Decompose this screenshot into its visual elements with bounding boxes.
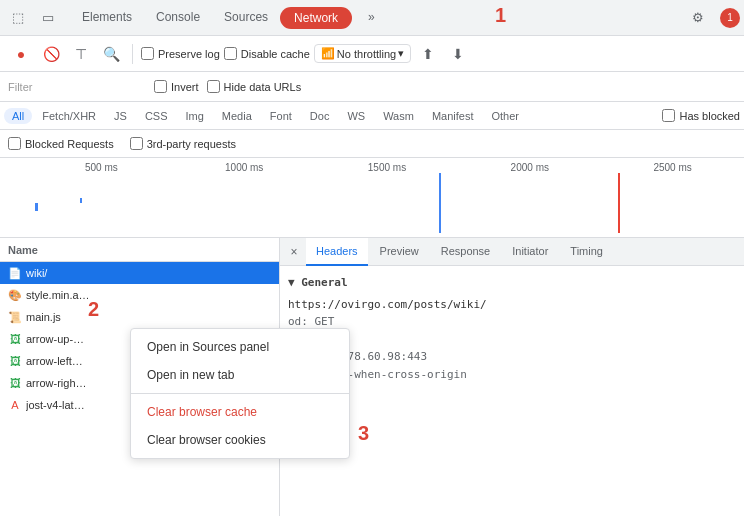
throttle-select[interactable]: 📶 No throttling ▾ [314, 44, 411, 63]
context-menu: Open in Sources panel Open in new tab Cl… [130, 328, 350, 459]
filter-row: Invert Hide data URLs [0, 72, 744, 102]
search-icon[interactable]: 🔍 [98, 41, 124, 67]
timeline-marker-red [618, 173, 620, 233]
file-item-wiki[interactable]: 📄 wiki/ [0, 262, 279, 284]
font-icon: A [8, 398, 22, 412]
panel-close-button[interactable]: × [284, 242, 304, 262]
type-css[interactable]: CSS [137, 108, 176, 124]
type-font[interactable]: Font [262, 108, 300, 124]
type-ws[interactable]: WS [339, 108, 373, 124]
invert-checkbox[interactable]: Invert [154, 80, 199, 93]
tab-console[interactable]: Console [144, 0, 212, 36]
throttle-icon: 📶 [321, 47, 335, 60]
ctx-clear-cache[interactable]: Clear browser cache [131, 398, 349, 426]
main-content: Name 📄 wiki/ 🎨 style.min.a… 📜 main.js 🖼 … [0, 238, 744, 516]
notification-badge: 1 [720, 8, 740, 28]
timeline-labels: 500 ms 1000 ms 1500 ms 2000 ms 2500 ms [0, 158, 744, 173]
blocked-requests-checkbox[interactable]: Blocked Requests [8, 137, 114, 150]
timeline-label-1000: 1000 ms [173, 162, 316, 173]
method-row: od: GET [288, 313, 736, 331]
upload-icon[interactable]: ⬆ [415, 41, 441, 67]
timeline-area: 500 ms 1000 ms 1500 ms 2000 ms 2500 ms [0, 158, 744, 238]
has-blocked-section: Has blocked [662, 109, 740, 122]
type-fetch-xhr[interactable]: Fetch/XHR [34, 108, 104, 124]
type-manifest[interactable]: Manifest [424, 108, 482, 124]
general-section-title: ▼ General [288, 274, 736, 292]
type-other[interactable]: Other [483, 108, 527, 124]
html-icon: 📄 [8, 266, 22, 280]
timeline-label-2000: 2000 ms [458, 162, 601, 173]
tab-initiator[interactable]: Initiator [502, 238, 558, 266]
tab-elements[interactable]: Elements [70, 0, 144, 36]
network-toolbar: ● 🚫 ⊤ 🔍 Preserve log Disable cache 📶 No … [0, 36, 744, 72]
timeline-label-2500: 2500 ms [601, 162, 744, 173]
filter-input[interactable] [8, 81, 146, 93]
type-filter-row: All Fetch/XHR JS CSS Img Media Font Doc … [0, 102, 744, 130]
img-icon-3: 🖼 [8, 376, 22, 390]
js-icon: 📜 [8, 310, 22, 324]
status-row: ● 304 OK [288, 331, 736, 349]
timeline-label-1500: 1500 ms [316, 162, 459, 173]
policy-row: r: origin-when-cross-origin [288, 366, 736, 384]
file-list-header: Name [0, 238, 279, 262]
filter-icon[interactable]: ⊤ [68, 41, 94, 67]
inspect-icon[interactable]: ⬚ [4, 4, 32, 32]
disable-cache-checkbox[interactable]: Disable cache [224, 47, 310, 60]
devtools-icons: ⬚ ▭ [4, 4, 62, 32]
css-icon: 🎨 [8, 288, 22, 302]
tab-preview[interactable]: Preview [370, 238, 429, 266]
ctx-open-tab[interactable]: Open in new tab [131, 361, 349, 389]
separator-1 [132, 44, 133, 64]
type-all[interactable]: All [4, 108, 32, 124]
context-menu-separator [131, 393, 349, 394]
ctx-open-sources[interactable]: Open in Sources panel [131, 333, 349, 361]
settings-icon[interactable]: ⚙ [684, 4, 712, 32]
tab-bar: ⬚ ▭ Elements Console Sources Network » ⚙… [0, 0, 744, 36]
timeline-tick-blue [35, 203, 38, 211]
panel-tabs: × Headers Preview Response Initiator Tim… [280, 238, 744, 266]
address-row: ss: 175.178.60.98:443 [288, 348, 736, 366]
stop-button[interactable]: 🚫 [38, 41, 64, 67]
download-icon[interactable]: ⬇ [445, 41, 471, 67]
tab-headers[interactable]: Headers [306, 238, 368, 266]
device-icon[interactable]: ▭ [34, 4, 62, 32]
type-media[interactable]: Media [214, 108, 260, 124]
tab-more[interactable]: » [356, 0, 387, 36]
third-party-checkbox[interactable]: 3rd-party requests [130, 137, 236, 150]
timeline-canvas [0, 173, 744, 233]
timeline-label-500: 500 ms [30, 162, 173, 173]
hide-data-urls-checkbox[interactable]: Hide data URLs [207, 80, 302, 93]
tab-timing[interactable]: Timing [560, 238, 613, 266]
file-item-mainjs[interactable]: 📜 main.js [0, 306, 279, 328]
preserve-log-checkbox[interactable]: Preserve log [141, 47, 220, 60]
timeline-tick-small [80, 198, 82, 203]
tab-sources[interactable]: Sources [212, 0, 280, 36]
has-blocked-checkbox[interactable] [662, 109, 675, 122]
tab-network[interactable]: Network [280, 7, 352, 29]
file-item-style[interactable]: 🎨 style.min.a… [0, 284, 279, 306]
img-icon-1: 🖼 [8, 332, 22, 346]
type-img[interactable]: Img [178, 108, 212, 124]
type-js[interactable]: JS [106, 108, 135, 124]
type-wasm[interactable]: Wasm [375, 108, 422, 124]
tab-response[interactable]: Response [431, 238, 501, 266]
type-doc[interactable]: Doc [302, 108, 338, 124]
chevron-down-icon: ▾ [398, 47, 404, 60]
blocked-row: Blocked Requests 3rd-party requests [0, 130, 744, 158]
img-icon-2: 🖼 [8, 354, 22, 368]
ctx-clear-cookies[interactable]: Clear browser cookies [131, 426, 349, 454]
url-row: https://ovirgo.com/posts/wiki/ [288, 296, 736, 314]
timeline-marker-blue [439, 173, 441, 233]
record-button[interactable]: ● [8, 41, 34, 67]
